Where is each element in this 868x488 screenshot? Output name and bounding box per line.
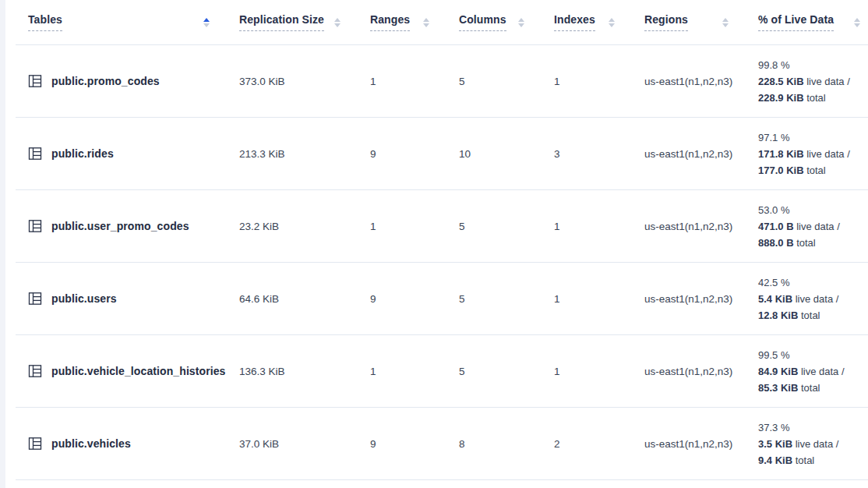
live-data-size: 3.5 KiB live data / bbox=[758, 436, 838, 452]
table-name-cell[interactable]: public.user_promo_codes bbox=[16, 190, 239, 262]
page-left-gutter bbox=[0, 0, 5, 488]
ranges-cell: 1 bbox=[370, 190, 459, 262]
column-header-label: Indexes bbox=[554, 13, 595, 31]
live-data-percent: 97.1 % bbox=[758, 129, 789, 146]
columns-cell: 5 bbox=[459, 335, 554, 407]
table-name[interactable]: public.vehicle_location_histories bbox=[51, 365, 225, 377]
total-size: 85.3 KiB total bbox=[758, 380, 820, 396]
live-data-size: 471.0 B live data / bbox=[758, 218, 840, 235]
column-header-live-data[interactable]: % of Live Data bbox=[758, 0, 868, 44]
columns-cell: 10 bbox=[459, 118, 554, 189]
replication-size-cell: 37.0 KiB bbox=[239, 408, 370, 479]
table-grid-icon bbox=[28, 147, 42, 161]
live-data-cell: 99.5 % 84.9 KiB live data / 85.3 KiB tot… bbox=[758, 335, 868, 407]
indexes-cell: 1 bbox=[554, 263, 644, 334]
live-data-size: 171.8 KiB live data / bbox=[758, 146, 850, 162]
live-data-percent: 53.0 % bbox=[758, 202, 789, 218]
live-data-percent: 42.5 % bbox=[758, 274, 789, 291]
live-data-percent: 37.3 % bbox=[758, 419, 789, 436]
ranges-cell: 1 bbox=[370, 335, 459, 407]
columns-cell: 5 bbox=[459, 263, 554, 334]
replication-size-cell: 23.2 KiB bbox=[239, 190, 370, 262]
table-name[interactable]: public.users bbox=[51, 292, 117, 305]
column-header-columns[interactable]: Columns bbox=[459, 0, 554, 44]
table-grid-icon bbox=[28, 74, 42, 88]
ranges-cell: 9 bbox=[370, 408, 459, 479]
regions-cell: us-east1(n1,n2,n3) bbox=[644, 335, 758, 407]
live-data-size: 5.4 KiB live data / bbox=[758, 291, 838, 307]
regions-cell: us-east1(n1,n2,n3) bbox=[644, 118, 758, 189]
sort-arrows-icon[interactable] bbox=[517, 16, 526, 30]
table-grid-icon bbox=[28, 437, 42, 451]
regions-cell: us-east1(n1,n2,n3) bbox=[644, 408, 758, 479]
table-name-cell[interactable]: public.promo_codes bbox=[16, 45, 239, 117]
table-name-cell[interactable]: public.users bbox=[16, 263, 239, 334]
table-name[interactable]: public.rides bbox=[51, 147, 114, 160]
indexes-cell: 3 bbox=[554, 118, 644, 189]
sort-arrows-icon[interactable] bbox=[333, 16, 342, 30]
live-data-cell: 99.8 % 228.5 KiB live data / 228.9 KiB t… bbox=[758, 45, 868, 117]
sort-arrows-icon[interactable] bbox=[202, 16, 211, 30]
live-data-percent: 99.8 % bbox=[758, 57, 789, 73]
column-header-tables[interactable]: Tables bbox=[16, 0, 239, 44]
table-grid-icon bbox=[28, 364, 42, 378]
table-name-cell[interactable]: public.vehicles bbox=[16, 408, 239, 479]
column-header-indexes[interactable]: Indexes bbox=[554, 0, 644, 44]
columns-cell: 5 bbox=[459, 45, 554, 117]
live-data-cell: 37.3 % 3.5 KiB live data / 9.4 KiB total bbox=[758, 408, 868, 479]
replication-size-cell: 213.3 KiB bbox=[239, 118, 370, 189]
live-data-size: 228.5 KiB live data / bbox=[758, 73, 850, 90]
regions-cell: us-east1(n1,n2,n3) bbox=[644, 45, 758, 117]
indexes-cell: 1 bbox=[554, 335, 644, 407]
table-name[interactable]: public.vehicles bbox=[51, 437, 131, 450]
total-size: 12.8 KiB total bbox=[758, 307, 820, 324]
sort-arrows-icon[interactable] bbox=[852, 16, 862, 30]
table-name[interactable]: public.promo_codes bbox=[51, 75, 160, 87]
live-data-cell: 42.5 % 5.4 KiB live data / 12.8 KiB tota… bbox=[758, 263, 868, 334]
column-header-label: Tables bbox=[28, 13, 62, 31]
indexes-cell: 2 bbox=[554, 408, 644, 479]
live-data-percent: 99.5 % bbox=[758, 347, 789, 363]
sort-arrows-icon[interactable] bbox=[422, 16, 431, 30]
ranges-cell: 1 bbox=[370, 45, 459, 117]
live-data-size: 84.9 KiB live data / bbox=[758, 363, 845, 380]
columns-cell: 5 bbox=[459, 190, 554, 262]
table-row: public.user_promo_codes 23.2 KiB 1 5 1 u… bbox=[16, 190, 868, 263]
total-size: 9.4 KiB total bbox=[758, 452, 814, 469]
column-header-label: Columns bbox=[459, 13, 506, 31]
table-grid-icon bbox=[28, 219, 42, 233]
ranges-cell: 9 bbox=[370, 118, 459, 189]
replication-size-cell: 64.6 KiB bbox=[239, 263, 370, 334]
table-name-cell[interactable]: public.vehicle_location_histories bbox=[16, 335, 239, 407]
table-name-cell[interactable]: public.rides bbox=[16, 118, 239, 189]
regions-cell: us-east1(n1,n2,n3) bbox=[644, 263, 758, 334]
regions-cell: us-east1(n1,n2,n3) bbox=[644, 190, 758, 262]
table-row: public.vehicle_location_histories 136.3 … bbox=[16, 335, 868, 408]
table-row: public.vehicles 37.0 KiB 9 8 2 us-east1(… bbox=[16, 408, 868, 480]
column-header-ranges[interactable]: Ranges bbox=[370, 0, 459, 44]
total-size: 888.0 B total bbox=[758, 235, 816, 251]
sort-arrows-icon[interactable] bbox=[721, 16, 730, 30]
table-row: public.promo_codes 373.0 KiB 1 5 1 us-ea… bbox=[16, 45, 868, 118]
replication-size-cell: 373.0 KiB bbox=[239, 45, 370, 117]
columns-cell: 8 bbox=[459, 408, 554, 479]
table-name[interactable]: public.user_promo_codes bbox=[51, 220, 189, 232]
total-size: 177.0 KiB total bbox=[758, 162, 826, 179]
ranges-cell: 9 bbox=[370, 263, 459, 334]
sort-arrows-icon[interactable] bbox=[607, 16, 616, 30]
table-grid-icon bbox=[28, 292, 42, 306]
table-row: public.users 64.6 KiB 9 5 1 us-east1(n1,… bbox=[16, 263, 868, 335]
column-header-label: % of Live Data bbox=[758, 13, 834, 31]
table-row: public.rides 213.3 KiB 9 10 3 us-east1(n… bbox=[16, 118, 868, 190]
column-header-label: Ranges bbox=[370, 13, 410, 31]
column-header-label: Regions bbox=[644, 13, 688, 31]
live-data-cell: 97.1 % 171.8 KiB live data / 177.0 KiB t… bbox=[758, 118, 868, 189]
tables-list: Tables Replication Size Ranges Columns I… bbox=[16, 0, 868, 480]
table-header-row: Tables Replication Size Ranges Columns I… bbox=[16, 0, 868, 45]
column-header-regions[interactable]: Regions bbox=[644, 0, 758, 44]
column-header-label: Replication Size bbox=[239, 13, 324, 31]
live-data-cell: 53.0 % 471.0 B live data / 888.0 B total bbox=[758, 190, 868, 262]
total-size: 228.9 KiB total bbox=[758, 90, 826, 106]
replication-size-cell: 136.3 KiB bbox=[239, 335, 370, 407]
column-header-replication-size[interactable]: Replication Size bbox=[239, 0, 370, 44]
